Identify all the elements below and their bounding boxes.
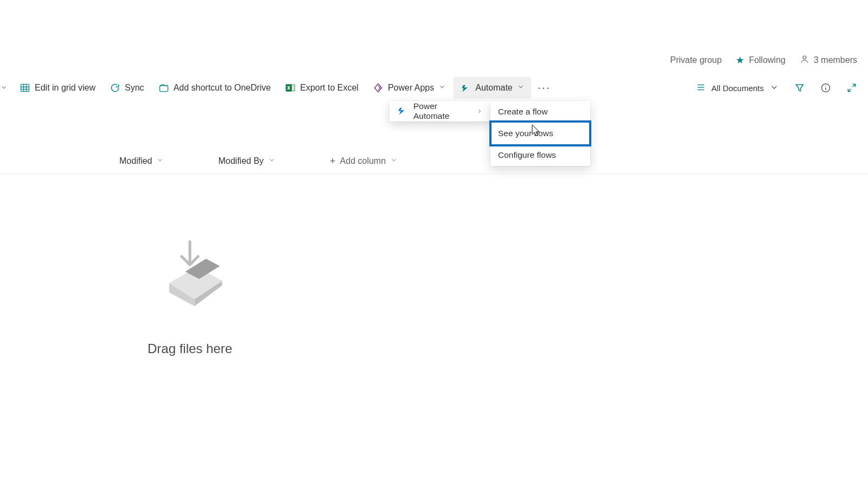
add-column-button[interactable]: + Add column [330,156,398,167]
person-icon [800,54,809,66]
view-selector[interactable]: All Documents [691,77,784,99]
expand-icon [846,82,857,93]
export-excel-button[interactable]: Export to Excel [278,77,365,99]
export-excel-label: Export to Excel [300,83,359,93]
chevron-down-icon [390,156,398,166]
edit-grid-button[interactable]: Edit in grid view [13,77,102,99]
following-status[interactable]: ★ Following [736,55,786,65]
star-icon: ★ [736,55,744,65]
submenu-see-your-flows[interactable]: See your flows [490,122,590,145]
sync-label: Sync [125,83,144,93]
power-apps-icon [373,82,384,93]
empty-state-text: Drag files here [148,341,232,356]
empty-folder-illustration [144,228,236,322]
chevron-down-icon [268,156,276,166]
filter-icon [794,82,805,93]
column-modified-by-label: Modified By [218,156,264,166]
info-icon [820,82,831,93]
automate-button[interactable]: Automate [454,77,531,99]
sync-icon [110,82,120,93]
group-privacy: Private group [670,55,722,65]
expand-button[interactable] [841,77,863,99]
empty-state: Drag files here [0,228,380,356]
more-actions-button[interactable]: ··· [532,77,556,99]
members-count: 3 members [814,55,857,65]
svg-rect-6 [159,86,168,92]
automate-label: Automate [475,83,512,93]
add-column-label: Add column [340,156,386,166]
automate-icon [460,82,471,93]
automate-dropdown: Power Automate [390,101,490,122]
grid-icon [20,82,30,93]
power-apps-button[interactable]: Power Apps [366,77,452,99]
command-bar: Edit in grid view Sync Add shortcut [0,75,868,101]
svg-point-0 [803,56,806,59]
info-button[interactable] [815,77,837,99]
svg-rect-1 [21,84,29,91]
new-button-truncated[interactable] [0,77,12,99]
chevron-down-icon [438,83,446,93]
chevron-down-icon [769,82,779,94]
svg-rect-8 [292,85,295,91]
automate-menu-power-automate[interactable]: Power Automate [390,101,490,122]
view-name: All Documents [711,84,764,93]
filter-button[interactable] [789,77,810,99]
add-shortcut-label: Add shortcut to OneDrive [174,83,271,93]
chevron-right-icon [476,107,483,116]
column-modified[interactable]: Modified [119,156,164,166]
plus-icon: + [330,156,336,167]
svg-point-14 [825,85,826,86]
power-apps-label: Power Apps [388,83,434,93]
members-link[interactable]: 3 members [800,54,857,66]
list-view-icon [696,82,706,94]
add-shortcut-button[interactable]: Add shortcut to OneDrive [152,77,278,99]
column-modified-by[interactable]: Modified By [218,156,276,166]
power-automate-icon [397,106,407,117]
onedrive-shortcut-icon [158,82,169,93]
column-headers: Modified Modified By + Add column [0,149,868,174]
site-meta-row: Private group ★ Following 3 members [670,54,857,66]
sync-button[interactable]: Sync [103,77,151,99]
chevron-down-icon [0,84,8,93]
submenu-create-flow[interactable]: Create a flow [490,102,590,122]
edit-grid-label: Edit in grid view [35,83,95,93]
chevron-down-icon [517,83,525,93]
power-automate-label: Power Automate [413,101,470,121]
chevron-down-icon [156,156,164,166]
excel-icon [285,82,296,93]
column-modified-label: Modified [119,156,152,166]
ellipsis-icon: ··· [538,82,551,94]
following-label: Following [749,55,786,65]
